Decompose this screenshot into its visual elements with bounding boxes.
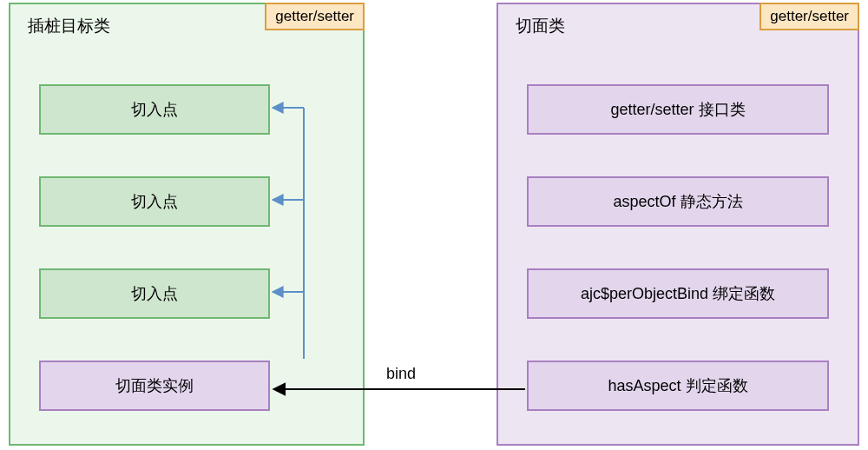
bind-label: bind: [386, 365, 416, 383]
aspect-class-container: 切面类 getter/setter getter/setter 接口类 aspe…: [496, 3, 859, 446]
getter-setter-interface-box: getter/setter 接口类: [527, 84, 829, 135]
aspect-instance-label: 切面类实例: [115, 375, 194, 396]
item-label: ajc$perObjectBind 绑定函数: [581, 283, 775, 304]
item-label: getter/setter 接口类: [610, 99, 745, 120]
pointcut-label: 切入点: [131, 283, 178, 304]
target-class-container: 插桩目标类 getter/setter 切入点 切入点 切入点 切面类实例: [9, 3, 365, 446]
per-object-bind-box: ajc$perObjectBind 绑定函数: [527, 268, 829, 319]
aspect-instance-box: 切面类实例: [39, 361, 270, 411]
aspectof-method-box: aspectOf 静态方法: [527, 176, 829, 227]
has-aspect-box: hasAspect 判定函数: [527, 361, 829, 411]
getter-setter-badge-right: getter/setter: [760, 3, 859, 30]
item-label: aspectOf 静态方法: [613, 191, 742, 212]
pointcut-box-2: 切入点: [39, 176, 270, 227]
pointcut-label: 切入点: [131, 99, 178, 120]
target-class-title: 插桩目标类: [28, 15, 110, 37]
pointcut-label: 切入点: [131, 191, 178, 212]
item-label: hasAspect 判定函数: [608, 375, 747, 396]
pointcut-box-1: 切入点: [39, 84, 270, 135]
getter-setter-badge-left: getter/setter: [265, 3, 365, 30]
pointcut-box-3: 切入点: [39, 268, 270, 319]
aspect-class-title: 切面类: [516, 15, 565, 37]
